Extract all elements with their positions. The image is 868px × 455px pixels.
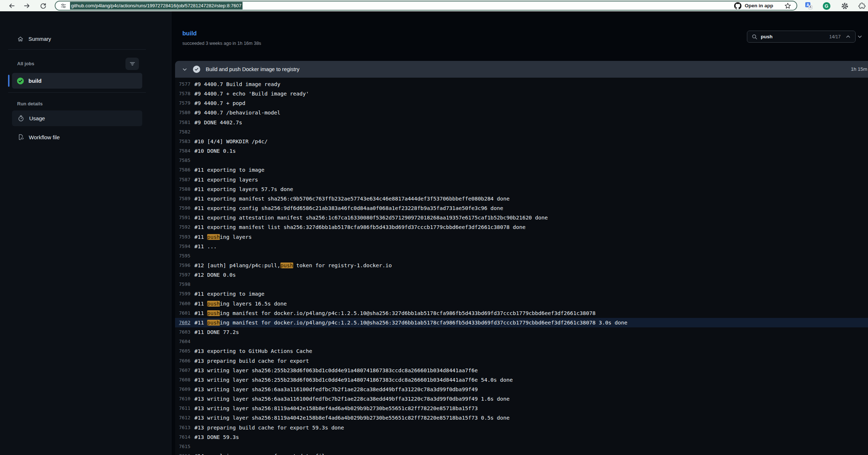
line-text: #11 exporting config sha256:9df6d6586c21… bbox=[190, 203, 503, 213]
log-row: 7610#13 writing layer sha256:6aa3a116100… bbox=[175, 394, 868, 404]
line-number[interactable]: 7599 bbox=[175, 289, 190, 299]
log-row: 7581#9 DONE 4402.7s bbox=[175, 118, 868, 127]
line-text: #13 writing layer sha256:8119a4042e158b8… bbox=[190, 404, 478, 413]
line-number[interactable]: 7585 bbox=[175, 156, 190, 165]
log-row: 7600#11 pushing layers 16.5s done bbox=[175, 299, 868, 308]
line-number[interactable]: 7605 bbox=[175, 346, 190, 356]
line-text: #11 exporting layers 57.7s done bbox=[190, 184, 293, 194]
log-row: 7616#14 resolving provenance for metadat… bbox=[175, 451, 868, 455]
log-row: 7583#10 [4/4] WORKDIR /p4c/ bbox=[175, 137, 868, 146]
line-text: #13 preparing build cache for export 59.… bbox=[190, 423, 344, 432]
line-text: #13 writing layer sha256:6aa3a116100dfed… bbox=[190, 394, 509, 404]
job-title-link[interactable]: build bbox=[182, 30, 197, 37]
sidebar-item-build-job[interactable]: build bbox=[12, 73, 142, 89]
line-text: #13 DONE 59.3s bbox=[190, 432, 239, 442]
url-bar[interactable]: github.com/p4lang/p4c/actions/runs/19972… bbox=[55, 1, 797, 11]
forward-icon[interactable] bbox=[23, 1, 31, 10]
log-pane: Build and push Docker image to registry … bbox=[175, 61, 868, 455]
back-icon[interactable] bbox=[7, 1, 16, 10]
bookmark-star-icon[interactable] bbox=[784, 2, 791, 9]
line-number[interactable]: 7594 bbox=[175, 242, 190, 251]
line-number[interactable]: 7598 bbox=[175, 280, 190, 289]
log-row: 7606#13 preparing build cache for export bbox=[175, 356, 868, 366]
search-prev-icon[interactable] bbox=[845, 34, 851, 39]
line-number[interactable]: 7608 bbox=[175, 375, 190, 385]
line-number[interactable]: 7606 bbox=[175, 356, 190, 366]
browser-toolbar: github.com/p4lang/p4c/actions/runs/19972… bbox=[0, 0, 868, 11]
line-text: #14 resolving provenance for metadata fi… bbox=[190, 451, 328, 455]
line-number[interactable]: 7614 bbox=[175, 432, 190, 442]
line-number[interactable]: 7604 bbox=[175, 337, 190, 346]
line-number[interactable]: 7593 bbox=[175, 232, 190, 242]
line-number[interactable]: 7597 bbox=[175, 270, 190, 280]
line-number[interactable]: 7589 bbox=[175, 194, 190, 203]
open-in-app-button[interactable]: Open in app bbox=[734, 2, 773, 9]
line-text: #11 exporting manifest list sha256:327d6… bbox=[190, 222, 526, 232]
line-text: #11 DONE 77.2s bbox=[190, 327, 239, 337]
line-number[interactable]: 7588 bbox=[175, 184, 190, 194]
grammarly-icon[interactable]: G bbox=[822, 1, 831, 10]
step-header[interactable]: Build and push Docker image to registry … bbox=[175, 61, 868, 78]
sidebar-item-label: Usage bbox=[29, 115, 45, 121]
gear-icon[interactable] bbox=[840, 1, 849, 10]
active-job-accent bbox=[8, 75, 9, 87]
sidebar-divider bbox=[8, 92, 146, 93]
log-row: 7609#13 writing layer sha256:6aa3a116100… bbox=[175, 385, 868, 394]
line-text: #13 writing layer sha256:255b238d6f063bd… bbox=[190, 375, 513, 385]
sidebar-item-summary[interactable]: Summary bbox=[17, 33, 51, 45]
log-row: 7613#13 preparing build cache for export… bbox=[175, 423, 868, 432]
line-number[interactable]: 7603 bbox=[175, 327, 190, 337]
line-number[interactable]: 7587 bbox=[175, 175, 190, 184]
line-number[interactable]: 7583 bbox=[175, 137, 190, 146]
line-number[interactable]: 7584 bbox=[175, 146, 190, 156]
chevron-down-icon[interactable] bbox=[182, 67, 187, 72]
log-row: 7584#10 DONE 0.1s bbox=[175, 146, 868, 156]
log-row: 7590#11 exporting config sha256:9df6d658… bbox=[175, 203, 868, 213]
line-text: #11 pushing layers 16.5s done bbox=[190, 299, 287, 308]
line-number[interactable]: 7612 bbox=[175, 413, 190, 423]
line-number[interactable]: 7582 bbox=[175, 127, 190, 137]
line-number[interactable]: 7609 bbox=[175, 385, 190, 394]
line-number[interactable]: 7592 bbox=[175, 222, 190, 232]
file-code-icon bbox=[18, 134, 24, 140]
log-row: 7614#13 DONE 59.3s bbox=[175, 432, 868, 442]
search-next-icon[interactable] bbox=[857, 34, 863, 39]
line-number[interactable]: 7590 bbox=[175, 203, 190, 213]
line-number[interactable]: 7580 bbox=[175, 108, 190, 117]
line-number[interactable]: 7581 bbox=[175, 118, 190, 127]
line-text bbox=[190, 280, 194, 289]
line-number[interactable]: 7610 bbox=[175, 394, 190, 404]
line-number[interactable]: 7595 bbox=[175, 251, 190, 261]
line-number[interactable]: 7607 bbox=[175, 366, 190, 375]
tune-icon[interactable] bbox=[61, 3, 66, 9]
line-number[interactable]: 7577 bbox=[175, 79, 190, 89]
line-number[interactable]: 7578 bbox=[175, 89, 190, 98]
line-text: #11 pushing manifest for docker.io/p4lan… bbox=[190, 308, 596, 318]
line-text: #13 exporting to GitHub Actions Cache bbox=[190, 346, 312, 356]
run-details-label: Run details bbox=[17, 101, 43, 106]
line-text: #10 DONE 0.1s bbox=[190, 146, 236, 156]
filter-jobs-button[interactable] bbox=[125, 58, 139, 70]
reload-icon[interactable] bbox=[39, 1, 47, 10]
home-icon bbox=[17, 36, 24, 42]
sidebar-item-label: Summary bbox=[28, 36, 51, 42]
line-number[interactable]: 7591 bbox=[175, 213, 190, 222]
line-number[interactable]: 7600 bbox=[175, 299, 190, 308]
line-number[interactable]: 7611 bbox=[175, 404, 190, 413]
line-number[interactable]: 7586 bbox=[175, 165, 190, 175]
log-row: 7604 bbox=[175, 337, 868, 346]
line-number[interactable]: 7601 bbox=[175, 308, 190, 318]
line-text bbox=[190, 127, 194, 137]
sidebar-item-usage[interactable]: Usage bbox=[12, 110, 142, 126]
line-number[interactable]: 7615 bbox=[175, 442, 190, 451]
line-number[interactable]: 7596 bbox=[175, 261, 190, 270]
line-number[interactable]: 7616 bbox=[175, 451, 190, 455]
line-number[interactable]: 7613 bbox=[175, 423, 190, 432]
url-text-selected[interactable]: github.com/p4lang/p4c/actions/runs/19972… bbox=[70, 2, 243, 9]
log-search-input[interactable]: push 14/17 bbox=[747, 31, 856, 43]
line-number[interactable]: 7602 bbox=[175, 318, 190, 327]
line-number[interactable]: 7579 bbox=[175, 98, 190, 108]
translate-icon[interactable]: A bbox=[805, 1, 813, 10]
sidebar-item-workflow-file[interactable]: Workflow file bbox=[12, 130, 142, 144]
extensions-puzzle-icon[interactable] bbox=[858, 1, 867, 10]
